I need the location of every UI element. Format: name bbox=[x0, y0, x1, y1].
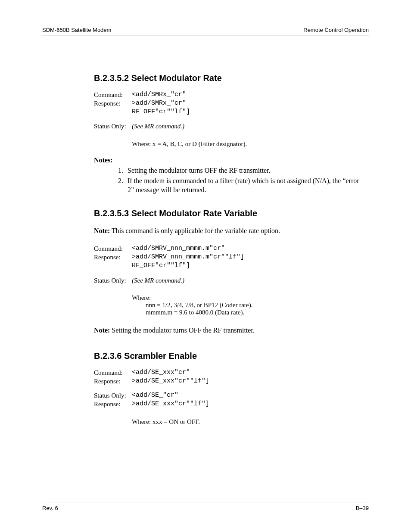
section-divider bbox=[94, 344, 364, 344]
page-footer: Rev. 6 B–39 bbox=[42, 503, 369, 511]
command-label: Command: bbox=[94, 91, 132, 99]
notes-list: Setting the modulator turns OFF the RF t… bbox=[94, 166, 364, 195]
response-value-line2: RF_OFF"cr""lf"] bbox=[132, 262, 190, 270]
where-line-2: mmmm.m = 9.6 to 4080.0 (Data rate). bbox=[146, 309, 364, 316]
note-prefix: Note: bbox=[94, 327, 110, 334]
note-item-1: Setting the modulator turns OFF the RF t… bbox=[125, 166, 364, 175]
section-heading-b2353: B.2.3.5.3 Select Modulator Rate Variable bbox=[94, 208, 364, 218]
section-heading-b236: B.2.3.6 Scrambler Enable bbox=[94, 351, 364, 361]
command-row: Command: <add/SE_xxx"cr" bbox=[94, 369, 364, 377]
footer-left: Rev. 6 bbox=[42, 505, 58, 511]
response-label: Response: bbox=[94, 253, 132, 261]
command-value: <add/SMRx_"cr" bbox=[132, 91, 186, 99]
response-row: Response: >add/SE_xxx"cr""lf"] bbox=[94, 400, 364, 408]
response-label: Response: bbox=[94, 377, 132, 386]
command-row: Command: <add/SMRx_"cr" bbox=[94, 91, 364, 99]
response-label: Response: bbox=[94, 400, 132, 408]
status-only-value: (See MR command.) bbox=[132, 122, 184, 131]
where-line-1: nnn = 1/2, 3/4, 7/8, or BP12 (Coder rate… bbox=[146, 302, 364, 309]
command-value: <add/SMRV_nnn_mmmm.m"cr" bbox=[132, 245, 225, 253]
command-label: Command: bbox=[94, 245, 132, 253]
response-value-line2: RF_OFF"cr""lf"] bbox=[132, 108, 190, 116]
response-value-line1: >add/SMRx_"cr" bbox=[132, 100, 186, 108]
command-row: Command: <add/SMRV_nnn_mmmm.m"cr" bbox=[94, 245, 364, 253]
notes-heading: Notes: bbox=[94, 156, 364, 164]
response-value: >add/SE_xxx"cr""lf"] bbox=[132, 377, 209, 386]
header-right: Remote Control Operation bbox=[303, 27, 369, 33]
command-label: Command: bbox=[94, 369, 132, 377]
where-line: Where: x = A, B, C, or D (Filter designa… bbox=[132, 140, 364, 148]
response-row: Response: >add/SE_xxx"cr""lf"] bbox=[94, 377, 364, 386]
status-only-value: <add/SE_"cr" bbox=[132, 392, 178, 400]
note-item-2: If the modem is commanded to a filter (r… bbox=[125, 176, 364, 195]
response-row: Response: >add/SMRx_"cr" bbox=[94, 100, 364, 108]
where-line: Where: xxx = ON or OFF. bbox=[132, 418, 364, 426]
status-only-row: Status Only: <add/SE_"cr" bbox=[94, 392, 364, 400]
status-only-row: Status Only: (See MR command.) bbox=[94, 122, 364, 131]
page-content: B.2.3.5.2 Select Modulator Rate Command:… bbox=[42, 73, 369, 426]
command-value: <add/SE_xxx"cr" bbox=[132, 369, 190, 377]
note-prefix: Note: bbox=[94, 227, 110, 234]
status-only-label: Status Only: bbox=[94, 392, 132, 400]
response-row-cont: RF_OFF"cr""lf"] bbox=[94, 108, 364, 116]
page-header: SDM-650B Satellite Modem Remote Control … bbox=[42, 27, 369, 35]
where-heading: Where: bbox=[132, 294, 364, 302]
response-value: >add/SE_xxx"cr""lf"] bbox=[132, 400, 209, 408]
trailing-note: Note: Setting the modulator turns OFF th… bbox=[94, 326, 364, 335]
status-only-label: Status Only: bbox=[94, 277, 132, 285]
header-left: SDM-650B Satellite Modem bbox=[42, 27, 111, 33]
status-only-row: Status Only: (See MR command.) bbox=[94, 277, 364, 285]
intro-note-text: This command is only applicable for the … bbox=[110, 227, 280, 234]
section-heading-b2352: B.2.3.5.2 Select Modulator Rate bbox=[94, 73, 364, 83]
trailing-note-text: Setting the modulator turns OFF the RF t… bbox=[110, 327, 255, 334]
status-only-label: Status Only: bbox=[94, 122, 132, 131]
response-row: Response: >add/SMRV_nnn_mmmm.m"cr""lf"] bbox=[94, 253, 364, 261]
footer-right: B–39 bbox=[356, 505, 369, 511]
response-row-cont: RF_OFF"cr""lf"] bbox=[94, 262, 364, 270]
response-label: Response: bbox=[94, 100, 132, 108]
response-value-line1: >add/SMRV_nnn_mmmm.m"cr""lf"] bbox=[132, 253, 244, 261]
intro-note: Note: This command is only applicable fo… bbox=[94, 226, 364, 236]
status-only-value: (See MR command.) bbox=[132, 277, 184, 285]
